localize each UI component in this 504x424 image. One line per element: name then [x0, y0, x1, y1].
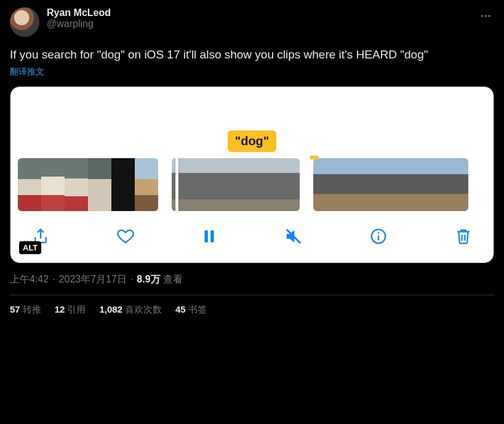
tweet-time[interactable]: 上午4:42: [10, 273, 49, 286]
search-tag: "dog": [228, 130, 277, 152]
display-name[interactable]: Ryan McLeod: [47, 7, 470, 18]
svg-point-0: [481, 15, 483, 17]
likes-stat[interactable]: 1,082喜欢次数: [99, 304, 162, 316]
divider: [10, 295, 494, 295]
quotes-stat[interactable]: 12引用: [55, 304, 86, 316]
more-button[interactable]: [477, 7, 494, 27]
more-icon: [479, 10, 492, 22]
tweet: Ryan McLeod @warpling If you search for …: [0, 0, 504, 323]
stats-row: 57转推 12引用 1,082喜欢次数 45书签: [10, 304, 494, 316]
trash-icon: [454, 227, 473, 246]
translate-link[interactable]: 翻译推文: [10, 66, 494, 78]
avatar[interactable]: [10, 7, 39, 37]
pause-icon: [201, 227, 217, 246]
info-button[interactable]: [369, 227, 388, 246]
views-count[interactable]: 8.9万: [137, 273, 160, 286]
media-toolbar: [10, 214, 494, 263]
heart-button[interactable]: [116, 227, 135, 246]
heart-icon: [116, 227, 135, 246]
author-block: Ryan McLeod @warpling: [47, 7, 470, 30]
media-card[interactable]: "dog": [10, 86, 494, 263]
tweet-meta: 上午4:42 · 2023年7月17日 · 8.9万 查看: [10, 273, 494, 286]
media-header: "dog": [10, 87, 494, 156]
tweet-date[interactable]: 2023年7月17日: [59, 273, 127, 286]
svg-rect-3: [205, 230, 208, 242]
views-label: 查看: [163, 273, 183, 286]
handle[interactable]: @warpling: [47, 18, 470, 30]
timeline-row[interactable]: [10, 156, 494, 214]
svg-point-2: [488, 15, 490, 17]
trash-button[interactable]: [454, 227, 473, 246]
bookmarks-stat[interactable]: 45书签: [175, 304, 207, 316]
playhead-tick: [310, 156, 319, 159]
retweets-stat[interactable]: 57转推: [10, 304, 41, 316]
mute-button[interactable]: [284, 227, 303, 246]
tweet-header: Ryan McLeod @warpling: [10, 7, 494, 37]
alt-badge[interactable]: ALT: [19, 241, 41, 254]
svg-rect-4: [211, 230, 214, 242]
info-icon: [369, 227, 388, 246]
svg-point-8: [378, 232, 380, 234]
tweet-text: If you search for "dog" on iOS 17 it'll …: [10, 47, 494, 63]
clip-thumbnail[interactable]: [172, 158, 300, 211]
mute-icon: [284, 227, 303, 246]
playhead[interactable]: [175, 158, 178, 211]
pause-button[interactable]: [201, 227, 217, 246]
svg-point-1: [484, 15, 486, 17]
clip-thumbnail[interactable]: [313, 158, 468, 211]
clip-thumbnail[interactable]: [18, 158, 158, 211]
